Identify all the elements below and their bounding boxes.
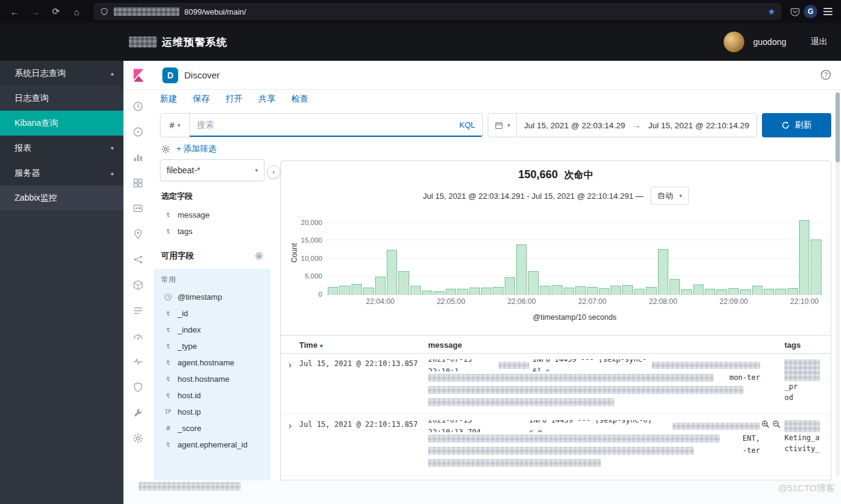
visualize-icon[interactable] — [133, 152, 145, 164]
home-button[interactable]: ⌂ — [68, 4, 85, 19]
discover-menu: 新建 保存 打开 共享 检查 — [160, 94, 308, 105]
siem-icon[interactable] — [133, 382, 145, 394]
index-pattern-select[interactable]: filebeat-* ▾ — [160, 159, 265, 181]
canvas-icon[interactable] — [133, 203, 145, 215]
menu-share[interactable]: 共享 — [258, 94, 275, 105]
bookmark-star-icon[interactable]: ★ — [767, 7, 775, 16]
field-id[interactable]: t _id — [160, 305, 265, 322]
field-tags[interactable]: t tags — [160, 223, 265, 240]
infrastructure-icon[interactable] — [133, 280, 145, 292]
sidebar-item-zabbix[interactable]: Zabbix监控 — [0, 185, 123, 210]
collapse-fields-button[interactable]: ‹ — [267, 165, 280, 179]
field-name: agent.ephemeral_id — [178, 440, 247, 449]
reload-button[interactable]: ⟳ — [47, 4, 64, 19]
add-filter-link[interactable]: + 添加筛选 — [176, 143, 216, 154]
field-message[interactable]: t message — [160, 207, 265, 223]
apm-icon[interactable] — [133, 331, 145, 343]
sidebar-item-label: Kibana查询 — [15, 118, 58, 129]
menu-icon[interactable] — [821, 4, 835, 19]
refresh-icon — [781, 121, 790, 129]
field-agent-hostname[interactable]: t agent.hostname — [160, 354, 265, 371]
machine-learning-icon[interactable] — [133, 254, 145, 266]
menu-new[interactable]: 新建 — [160, 94, 177, 105]
sidebar-item-system-log-query[interactable]: 系统日志查询 ▴ — [0, 61, 123, 86]
censored-block — [428, 398, 614, 406]
url-censored-block — [114, 7, 179, 16]
menu-inspect[interactable]: 检查 — [291, 94, 308, 105]
field-score[interactable]: # _score — [160, 420, 265, 437]
scrollbar-thumb[interactable] — [836, 92, 840, 162]
discover-icon[interactable] — [133, 126, 145, 139]
field-name: host.id — [178, 391, 201, 400]
histogram-bar — [622, 285, 632, 294]
time-cell: Jul 15, 2021 @ 22:10:13.857 — [299, 359, 428, 368]
y-tick-label: 10,000 — [301, 255, 322, 262]
field-agent-ephemeral-id[interactable]: t agent.ephemeral_id — [160, 437, 265, 453]
back-button[interactable]: ← — [6, 4, 23, 19]
histogram-bar — [564, 288, 574, 294]
account-badge[interactable]: G — [804, 5, 817, 18]
help-icon[interactable]: ? — [820, 69, 831, 83]
avatar[interactable] — [724, 32, 744, 52]
column-header-message[interactable]: message — [428, 340, 784, 350]
uptime-icon[interactable] — [133, 356, 145, 368]
logout-button[interactable]: 退出 — [811, 36, 828, 47]
field-index[interactable]: t _index — [160, 322, 265, 338]
dev-tools-icon[interactable] — [133, 407, 145, 419]
string-field-icon: t — [164, 359, 173, 367]
censored-block — [428, 435, 720, 443]
field-name: tags — [178, 227, 193, 236]
recent-icon[interactable] — [133, 101, 145, 113]
histogram-bar — [457, 289, 468, 294]
menu-save[interactable]: 保存 — [193, 94, 210, 105]
expand-row-button[interactable]: › — [281, 420, 299, 431]
breadcrumb[interactable]: Discover — [184, 70, 220, 80]
zoom-out-icon[interactable] — [772, 420, 781, 429]
pocket-icon[interactable] — [790, 7, 800, 17]
sidebar-item-reports[interactable]: 报表 ▾ — [0, 136, 123, 161]
field-timestamp[interactable]: @timestamp — [160, 289, 265, 305]
histogram-bar — [611, 286, 621, 294]
message-cell: 2021-07-15 22:10:1 INFO 14459 --- [sexp-… — [428, 359, 784, 408]
interval-select[interactable]: 自动 ▾ — [651, 187, 689, 205]
field-name: message — [178, 210, 210, 219]
sidebar-item-servers[interactable]: 服务器 ▴ — [0, 161, 123, 185]
refresh-button[interactable]: 刷新 — [762, 113, 831, 137]
number-field-icon: # — [164, 424, 173, 432]
shield-icon[interactable] — [100, 7, 109, 16]
sidebar-item-kibana-query[interactable]: Kibana查询 — [0, 111, 123, 136]
field-type[interactable]: t _type — [160, 338, 265, 354]
column-header-tags[interactable]: tags — [784, 340, 831, 350]
filter-gear-icon[interactable] — [161, 145, 170, 154]
maps-icon[interactable] — [133, 229, 145, 241]
scrollbar[interactable] — [836, 92, 840, 477]
dashboard-icon[interactable] — [133, 178, 145, 190]
fields-settings-gear-icon[interactable] — [255, 252, 263, 260]
time-range-to[interactable]: Jul 15, 2021 @ 22:10:14.29 — [641, 121, 756, 130]
kql-toggle[interactable]: KQL — [452, 120, 482, 129]
search-input[interactable] — [190, 114, 452, 136]
date-picker-button[interactable]: ▾ — [488, 114, 517, 137]
column-header-time[interactable]: Time▾ — [299, 340, 428, 350]
field-host-hostname[interactable]: t host.hostname — [160, 371, 265, 387]
expand-row-button[interactable]: › — [281, 359, 299, 370]
logs-icon[interactable] — [133, 305, 145, 317]
time-range-from[interactable]: Jul 15, 2021 @ 22:03:14.29 — [517, 121, 632, 130]
histogram-bar — [481, 288, 491, 294]
kibana-topbar: D Discover ? — [123, 61, 841, 90]
forward-button[interactable]: → — [27, 4, 44, 19]
saved-query-button[interactable]: # ▾ — [161, 114, 190, 137]
histogram-bar — [552, 285, 562, 294]
address-bar[interactable]: 8099/webui/main/ ★ — [94, 3, 781, 20]
zoom-in-icon[interactable] — [761, 420, 770, 429]
field-host-ip[interactable]: IP host.ip — [160, 404, 265, 420]
documents-table: Time▾ message tags › Jul 15, 2021 @ 22:1… — [281, 335, 831, 475]
kibana-logo[interactable] — [123, 61, 154, 90]
management-icon[interactable] — [133, 433, 145, 445]
sidebar-item-log-query[interactable]: 日志查询 — [0, 86, 123, 111]
menu-open[interactable]: 打开 — [226, 94, 243, 105]
histogram-bar — [339, 286, 350, 294]
histogram-bar — [398, 271, 409, 294]
field-host-id[interactable]: t host.id — [160, 387, 265, 404]
user-name: guodong — [753, 37, 786, 47]
